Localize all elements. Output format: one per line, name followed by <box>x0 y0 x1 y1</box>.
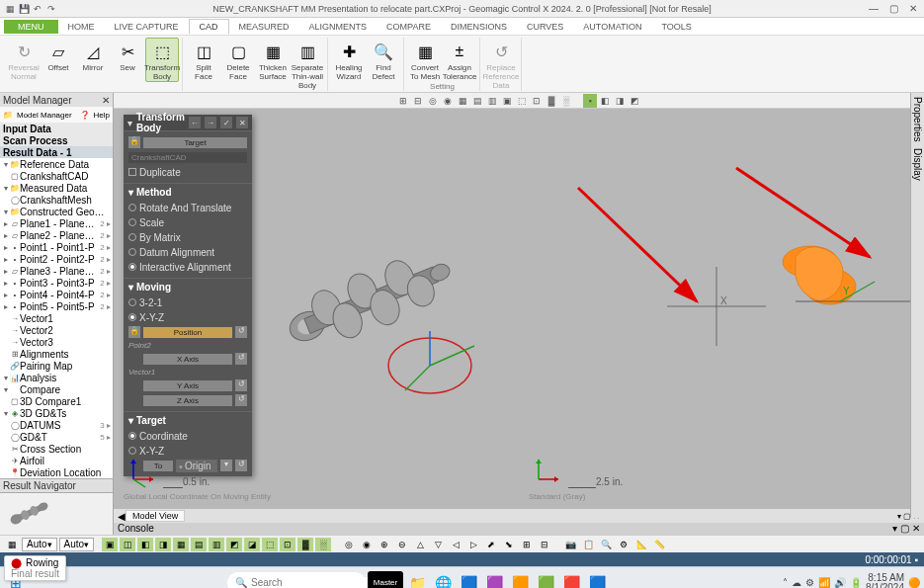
rotation-gizmo[interactable] <box>380 316 499 415</box>
ribbon-sew[interactable]: ✂Sew <box>111 38 144 82</box>
sel-icon[interactable]: ◎ <box>341 538 357 551</box>
zaxis-button[interactable]: Z Axis <box>143 395 232 406</box>
tab-compare[interactable]: COMPARE <box>377 20 441 34</box>
sel-icon[interactable]: ⊡ <box>280 538 295 551</box>
model-manager-tab[interactable]: Model Manager <box>17 111 72 120</box>
sel-icon[interactable]: ▷ <box>465 538 481 551</box>
position-button[interactable]: Position <box>143 327 232 338</box>
dialog-ok-icon[interactable]: ✓ <box>220 117 232 128</box>
tree-node[interactable]: →Vector2 <box>0 324 113 336</box>
task-icon[interactable]: 🟦 <box>585 571 609 589</box>
tree-section-scan[interactable]: Scan Process <box>0 134 113 146</box>
lock-icon[interactable]: 🔒 <box>128 136 140 148</box>
dialog-header[interactable]: ▾ Transform Body ← → ✓ ✕ <box>124 115 252 130</box>
yaxis-button[interactable]: Y Axis <box>143 380 232 391</box>
undo-icon[interactable]: ↶ <box>32 3 43 15</box>
tree-node[interactable]: ◯GD&T5 ▸ <box>0 431 113 443</box>
sel-icon[interactable]: ▽ <box>430 538 446 551</box>
vt-icon[interactable]: ▥ <box>485 94 499 108</box>
sel-icon[interactable]: ⊞ <box>519 538 535 551</box>
tree-node[interactable]: ⊞Alignments <box>0 348 113 360</box>
radio-xyz[interactable] <box>128 313 136 321</box>
sel-icon[interactable]: ▓ <box>297 538 313 551</box>
vt-icon[interactable]: ◎ <box>426 94 440 108</box>
tree-node[interactable]: ▸▱Plane2 - Plane2-P2 ▸ <box>0 229 113 241</box>
vt-icon[interactable]: ▦ <box>456 94 469 108</box>
help-link[interactable]: Help <box>94 111 110 120</box>
duplicate-checkbox[interactable] <box>128 168 136 176</box>
tree-node[interactable]: →Vector1 <box>0 312 113 324</box>
tab-cad[interactable]: CAD <box>189 19 229 35</box>
viewport-3d[interactable]: ▾ Transform Body ← → ✓ ✕ 🔒Target Cranksh… <box>114 109 924 509</box>
tab-alignments[interactable]: ALIGNMENTS <box>299 20 378 34</box>
tree-node[interactable]: ▾Compare <box>0 383 113 395</box>
sel-icon[interactable]: 🔍 <box>598 538 614 551</box>
vt-icon[interactable]: ░ <box>559 94 573 108</box>
tree-node[interactable]: ✂Cross Section <box>0 443 113 455</box>
ribbon-convert-to-mesh[interactable]: ▦ConvertTo Mesh <box>408 38 442 82</box>
tree-node[interactable]: ▾📁Measured Data <box>0 182 113 194</box>
tree-node[interactable]: ▸▱Plane1 - Plane1-P2 ▸ <box>0 217 113 229</box>
method-radio[interactable] <box>128 263 136 271</box>
sel-icon[interactable]: 📏 <box>651 538 667 551</box>
tree-node[interactable]: ▸•Point4 - Point4-P2 ▸ <box>0 289 113 300</box>
tree-node[interactable]: ▢3D Compare1 <box>0 395 113 407</box>
sel-icon[interactable]: ⊖ <box>394 538 410 551</box>
tree-node[interactable]: 📍Deviation Location <box>0 466 113 478</box>
vt-icon[interactable]: ▪ <box>583 94 597 108</box>
ribbon-find-defect[interactable]: 🔍FindDefect <box>367 38 400 82</box>
vt-icon[interactable]: ◧ <box>598 94 612 108</box>
vt-icon[interactable]: ▤ <box>470 94 484 108</box>
dialog-cancel-icon[interactable]: ✕ <box>236 117 248 128</box>
target-header[interactable]: Target <box>136 415 166 426</box>
collapse-icon[interactable]: ▾ <box>127 118 132 128</box>
tree-node[interactable]: ▾📁Reference Data <box>0 158 113 170</box>
tree-section-input[interactable]: Input Data <box>0 123 113 134</box>
sel-icon[interactable]: 📋 <box>580 538 596 551</box>
task-icon[interactable]: 🟩 <box>534 571 557 589</box>
tree-node[interactable]: ◯CrankshaftMesh <box>0 194 113 206</box>
tab-dimensions[interactable]: DIMENSIONS <box>441 20 517 34</box>
ribbon-thicken-surface[interactable]: ▦ThickenSurface <box>256 38 290 91</box>
method-header[interactable]: Method <box>136 187 172 198</box>
sel-icon[interactable]: ⬊ <box>501 538 517 551</box>
vt-icon[interactable]: ◨ <box>613 94 627 108</box>
tray-volume-icon[interactable]: 🔊 <box>834 577 846 588</box>
properties-tab[interactable]: Properties <box>912 97 923 142</box>
save-icon[interactable]: 💾 <box>18 3 30 15</box>
sel-icon[interactable]: ⬈ <box>483 538 499 551</box>
tree-node[interactable]: ▢CrankshaftCAD <box>0 170 113 182</box>
console-bar[interactable]: Console ▾ ▢ ✕ <box>114 523 924 535</box>
sel-icon[interactable]: △ <box>412 538 428 551</box>
result-thumbnail[interactable] <box>0 492 113 535</box>
task-icon[interactable]: Master <box>368 571 403 589</box>
tree-node[interactable]: ▸•Point1 - Point1-P2 ▸ <box>0 241 113 253</box>
taskbar-notification[interactable]: ⬤Rowing Final result <box>4 555 66 581</box>
sel-icon[interactable]: 📐 <box>633 538 649 551</box>
task-icon[interactable]: 🌐 <box>431 571 455 589</box>
target-button[interactable]: Target <box>143 137 247 148</box>
tab-tools[interactable]: TOOLS <box>651 20 701 34</box>
vt-icon[interactable]: ◉ <box>441 94 455 108</box>
tray-icon[interactable]: ☁ <box>792 577 801 588</box>
taskbar-clock[interactable]: 8:15 AM8/1/2024 <box>866 573 904 589</box>
display-tab[interactable]: Display <box>912 148 923 181</box>
tree-node[interactable]: ▸•Point5 - Point5-P2 ▸ <box>0 300 113 312</box>
sel-icon[interactable]: ⚙ <box>616 538 631 551</box>
tab-home[interactable]: HOME <box>58 20 105 34</box>
origin-field[interactable]: ⌖ Origin <box>176 460 217 472</box>
task-icon[interactable]: 🟥 <box>559 571 583 589</box>
tree-node[interactable]: ✈Airfoil <box>0 455 113 466</box>
sel-icon[interactable]: ▥ <box>209 538 224 551</box>
tree-node[interactable]: ◯DATUMS3 ▸ <box>0 419 113 431</box>
maximize-icon[interactable]: ▢ <box>886 3 900 14</box>
sel-icon[interactable]: ◩ <box>226 538 242 551</box>
ribbon-delete-face[interactable]: ▢DeleteFace <box>221 38 255 91</box>
sel-icon[interactable]: ▣ <box>102 538 118 551</box>
tab-measured[interactable]: MEASURED <box>229 20 299 34</box>
tab-automation[interactable]: AUTOMATION <box>573 20 651 34</box>
tree-section-result[interactable]: Result Data - 1 <box>0 146 113 158</box>
tree-node[interactable]: ▾📊Analysis <box>0 372 113 383</box>
task-icon[interactable]: 🟦 <box>457 571 480 589</box>
app-menu-icon[interactable]: ▦ <box>4 3 16 15</box>
